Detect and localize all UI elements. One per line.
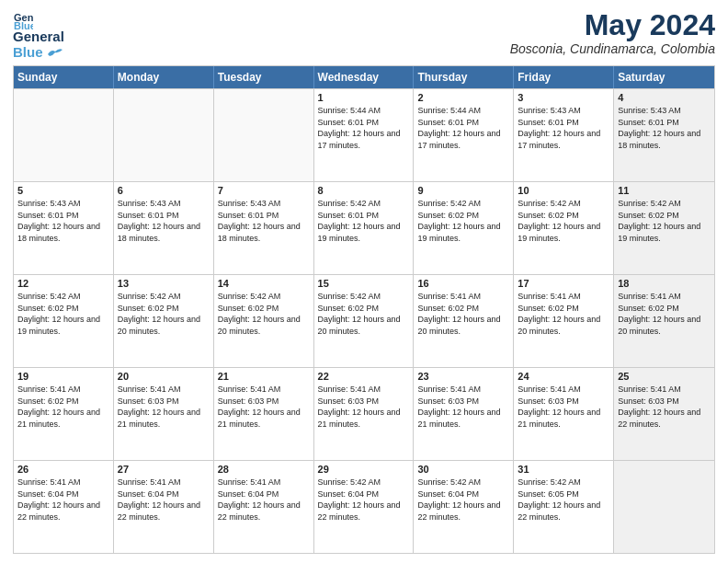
calendar-body: 1Sunrise: 5:44 AMSunset: 6:01 PMDaylight… bbox=[14, 88, 714, 553]
day-number: 5 bbox=[17, 185, 109, 196]
day-number: 30 bbox=[417, 464, 509, 475]
calendar-week: 19Sunrise: 5:41 AMSunset: 6:02 PMDayligh… bbox=[14, 367, 714, 460]
logo-line1: General bbox=[13, 29, 64, 45]
day-number: 23 bbox=[417, 371, 509, 382]
day-number: 17 bbox=[518, 278, 609, 289]
day-number: 12 bbox=[17, 278, 109, 289]
day-number: 13 bbox=[118, 278, 210, 289]
day-number: 1 bbox=[318, 92, 410, 103]
day-info: Sunrise: 5:41 AMSunset: 6:04 PMDaylight:… bbox=[218, 477, 310, 523]
day-info: Sunrise: 5:43 AMSunset: 6:01 PMDaylight:… bbox=[218, 198, 310, 244]
day-number: 19 bbox=[17, 371, 109, 382]
calendar-day-cell: 21Sunrise: 5:41 AMSunset: 6:03 PMDayligh… bbox=[214, 368, 314, 460]
calendar-day-header: Wednesday bbox=[314, 66, 415, 88]
calendar-day-cell: 4Sunrise: 5:43 AMSunset: 6:01 PMDaylight… bbox=[614, 89, 714, 181]
logo-icon: General Blue bbox=[13, 9, 33, 29]
day-number: 21 bbox=[218, 371, 310, 382]
day-info: Sunrise: 5:41 AMSunset: 6:03 PMDaylight:… bbox=[318, 384, 410, 430]
day-number: 28 bbox=[218, 464, 310, 475]
logo-bird-icon bbox=[46, 47, 63, 58]
day-info: Sunrise: 5:42 AMSunset: 6:02 PMDaylight:… bbox=[17, 291, 109, 337]
calendar-day-cell: 24Sunrise: 5:41 AMSunset: 6:03 PMDayligh… bbox=[514, 368, 614, 460]
header: General Blue General Blue May 2024 Bosco… bbox=[13, 9, 715, 60]
day-info: Sunrise: 5:41 AMSunset: 6:04 PMDaylight:… bbox=[118, 477, 210, 523]
calendar-day-cell: 9Sunrise: 5:42 AMSunset: 6:02 PMDaylight… bbox=[414, 182, 514, 274]
day-info: Sunrise: 5:41 AMSunset: 6:03 PMDaylight:… bbox=[618, 384, 711, 430]
day-info: Sunrise: 5:41 AMSunset: 6:03 PMDaylight:… bbox=[218, 384, 310, 430]
calendar-day-cell: 16Sunrise: 5:41 AMSunset: 6:02 PMDayligh… bbox=[414, 275, 514, 367]
day-number: 10 bbox=[518, 185, 609, 196]
calendar-day-cell: 8Sunrise: 5:42 AMSunset: 6:01 PMDaylight… bbox=[314, 182, 415, 274]
calendar-day-cell: 2Sunrise: 5:44 AMSunset: 6:01 PMDaylight… bbox=[414, 89, 514, 181]
day-number: 25 bbox=[618, 371, 711, 382]
calendar-day-cell: 22Sunrise: 5:41 AMSunset: 6:03 PMDayligh… bbox=[314, 368, 415, 460]
calendar-day-cell: 14Sunrise: 5:42 AMSunset: 6:02 PMDayligh… bbox=[214, 275, 314, 367]
day-number: 9 bbox=[417, 185, 509, 196]
calendar-day-cell: 29Sunrise: 5:42 AMSunset: 6:04 PMDayligh… bbox=[314, 461, 415, 553]
day-number: 7 bbox=[218, 185, 310, 196]
day-info: Sunrise: 5:42 AMSunset: 6:02 PMDaylight:… bbox=[518, 198, 609, 244]
day-info: Sunrise: 5:41 AMSunset: 6:04 PMDaylight:… bbox=[17, 477, 109, 523]
day-info: Sunrise: 5:41 AMSunset: 6:02 PMDaylight:… bbox=[618, 291, 711, 337]
main-title: May 2024 bbox=[510, 9, 715, 41]
title-area: May 2024 Bosconia, Cundinamarca, Colombi… bbox=[510, 9, 715, 56]
calendar-week: 1Sunrise: 5:44 AMSunset: 6:01 PMDaylight… bbox=[14, 88, 714, 181]
day-info: Sunrise: 5:41 AMSunset: 6:03 PMDaylight:… bbox=[417, 384, 509, 430]
day-info: Sunrise: 5:41 AMSunset: 6:02 PMDaylight:… bbox=[17, 384, 109, 430]
calendar-day-cell: 5Sunrise: 5:43 AMSunset: 6:01 PMDaylight… bbox=[14, 182, 114, 274]
calendar-week: 5Sunrise: 5:43 AMSunset: 6:01 PMDaylight… bbox=[14, 181, 714, 274]
calendar-day-cell bbox=[14, 89, 114, 181]
subtitle: Bosconia, Cundinamarca, Colombia bbox=[510, 41, 715, 56]
calendar-day-cell: 19Sunrise: 5:41 AMSunset: 6:02 PMDayligh… bbox=[14, 368, 114, 460]
calendar-day-header: Tuesday bbox=[214, 66, 314, 88]
calendar-week: 12Sunrise: 5:42 AMSunset: 6:02 PMDayligh… bbox=[14, 274, 714, 367]
day-number: 4 bbox=[618, 92, 711, 103]
calendar-day-cell: 3Sunrise: 5:43 AMSunset: 6:01 PMDaylight… bbox=[514, 89, 614, 181]
day-number: 2 bbox=[417, 92, 509, 103]
day-info: Sunrise: 5:42 AMSunset: 6:04 PMDaylight:… bbox=[417, 477, 509, 523]
calendar-day-cell: 13Sunrise: 5:42 AMSunset: 6:02 PMDayligh… bbox=[114, 275, 214, 367]
calendar-day-cell bbox=[114, 89, 214, 181]
calendar-day-cell: 10Sunrise: 5:42 AMSunset: 6:02 PMDayligh… bbox=[514, 182, 614, 274]
calendar-day-cell: 11Sunrise: 5:42 AMSunset: 6:02 PMDayligh… bbox=[614, 182, 714, 274]
day-info: Sunrise: 5:42 AMSunset: 6:02 PMDaylight:… bbox=[318, 291, 410, 337]
calendar-day-header: Monday bbox=[114, 66, 214, 88]
day-number: 20 bbox=[118, 371, 210, 382]
day-info: Sunrise: 5:44 AMSunset: 6:01 PMDaylight:… bbox=[318, 105, 410, 151]
calendar-day-cell: 25Sunrise: 5:41 AMSunset: 6:03 PMDayligh… bbox=[614, 368, 714, 460]
day-number: 14 bbox=[218, 278, 310, 289]
day-info: Sunrise: 5:42 AMSunset: 6:02 PMDaylight:… bbox=[218, 291, 310, 337]
day-info: Sunrise: 5:42 AMSunset: 6:05 PMDaylight:… bbox=[518, 477, 609, 523]
calendar-day-header: Saturday bbox=[614, 66, 714, 88]
day-number: 27 bbox=[118, 464, 210, 475]
logo-line2: Blue bbox=[13, 45, 43, 61]
page: General Blue General Blue May 2024 Bosco… bbox=[0, 0, 728, 563]
day-info: Sunrise: 5:42 AMSunset: 6:04 PMDaylight:… bbox=[318, 477, 410, 523]
day-number: 18 bbox=[618, 278, 711, 289]
day-number: 16 bbox=[417, 278, 509, 289]
calendar: SundayMondayTuesdayWednesdayThursdayFrid… bbox=[13, 65, 715, 554]
calendar-day-header: Friday bbox=[514, 66, 614, 88]
day-number: 31 bbox=[518, 464, 609, 475]
calendar-day-cell: 26Sunrise: 5:41 AMSunset: 6:04 PMDayligh… bbox=[14, 461, 114, 553]
calendar-day-header: Sunday bbox=[14, 66, 114, 88]
day-info: Sunrise: 5:42 AMSunset: 6:01 PMDaylight:… bbox=[318, 198, 410, 244]
day-info: Sunrise: 5:44 AMSunset: 6:01 PMDaylight:… bbox=[417, 105, 509, 151]
calendar-header: SundayMondayTuesdayWednesdayThursdayFrid… bbox=[14, 66, 714, 88]
calendar-day-cell: 18Sunrise: 5:41 AMSunset: 6:02 PMDayligh… bbox=[614, 275, 714, 367]
calendar-day-cell bbox=[614, 461, 714, 553]
day-number: 22 bbox=[318, 371, 410, 382]
day-number: 6 bbox=[118, 185, 210, 196]
day-info: Sunrise: 5:41 AMSunset: 6:02 PMDaylight:… bbox=[518, 291, 609, 337]
day-number: 3 bbox=[518, 92, 609, 103]
calendar-day-header: Thursday bbox=[414, 66, 514, 88]
day-info: Sunrise: 5:42 AMSunset: 6:02 PMDaylight:… bbox=[618, 198, 711, 244]
day-number: 8 bbox=[318, 185, 410, 196]
calendar-day-cell: 27Sunrise: 5:41 AMSunset: 6:04 PMDayligh… bbox=[114, 461, 214, 553]
day-info: Sunrise: 5:42 AMSunset: 6:02 PMDaylight:… bbox=[417, 198, 509, 244]
calendar-day-cell: 15Sunrise: 5:42 AMSunset: 6:02 PMDayligh… bbox=[314, 275, 415, 367]
day-info: Sunrise: 5:43 AMSunset: 6:01 PMDaylight:… bbox=[618, 105, 711, 151]
calendar-day-cell: 1Sunrise: 5:44 AMSunset: 6:01 PMDaylight… bbox=[314, 89, 415, 181]
day-number: 24 bbox=[518, 371, 609, 382]
day-info: Sunrise: 5:43 AMSunset: 6:01 PMDaylight:… bbox=[118, 198, 210, 244]
